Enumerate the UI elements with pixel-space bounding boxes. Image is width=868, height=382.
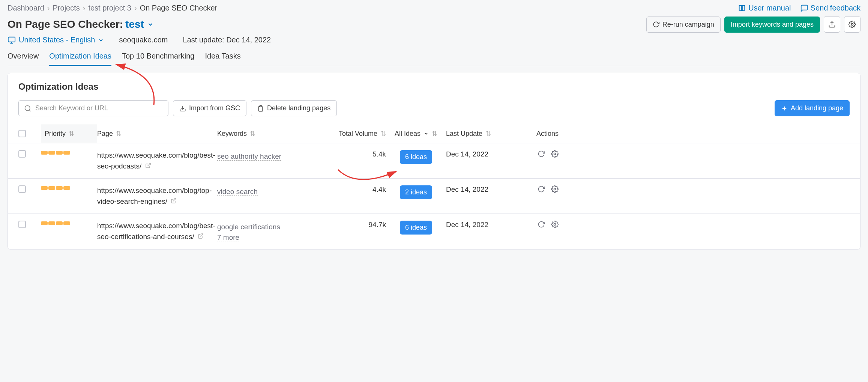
priority-indicator xyxy=(41,186,97,190)
col-page[interactable]: Page ⇅ xyxy=(97,129,217,138)
tab-top10-benchmarking[interactable]: Top 10 Benchmarking xyxy=(122,49,194,66)
col-keywords-label: Keywords xyxy=(217,130,247,138)
user-manual-label: User manual xyxy=(748,4,791,12)
tab-overview[interactable]: Overview xyxy=(8,49,39,66)
card-title: Optimization Ideas xyxy=(8,73,860,100)
sort-icon: ⇅ xyxy=(69,129,74,138)
col-last-update[interactable]: Last Update ⇅ xyxy=(446,129,521,138)
refresh-row-icon[interactable] xyxy=(538,185,545,193)
locale-label: United States - English xyxy=(19,36,95,44)
monitor-icon xyxy=(8,36,16,44)
chevron-down-icon xyxy=(423,131,429,136)
col-ideas[interactable]: All Ideas ⇅ xyxy=(386,129,446,138)
col-actions: Actions xyxy=(521,130,559,138)
refresh-icon xyxy=(653,21,659,28)
breadcrumb-item-current: On Page SEO Checker xyxy=(140,4,218,12)
col-actions-label: Actions xyxy=(536,130,559,138)
col-volume[interactable]: Total Volume ⇅ xyxy=(326,129,386,138)
col-ideas-label: All Ideas xyxy=(395,130,420,138)
svg-line-6 xyxy=(29,110,31,111)
delete-landing-pages-button[interactable]: Delete landing pages xyxy=(251,100,337,116)
row-settings-icon[interactable] xyxy=(551,150,559,158)
send-feedback-label: Send feedback xyxy=(811,4,860,12)
tab-idea-tasks[interactable]: Idea Tasks xyxy=(205,49,240,66)
plus-icon xyxy=(781,105,788,112)
breadcrumb-item-project3[interactable]: test project 3 xyxy=(88,4,131,12)
volume-value: 5.4k xyxy=(326,150,386,158)
tabs: Overview Optimization Ideas Top 10 Bench… xyxy=(8,49,860,66)
row-checkbox[interactable] xyxy=(18,185,26,193)
download-icon xyxy=(179,105,186,112)
user-manual-link[interactable]: User manual xyxy=(738,4,791,12)
col-priority-label: Priority xyxy=(45,130,66,138)
settings-button[interactable] xyxy=(844,16,860,33)
sort-icon: ⇅ xyxy=(485,129,491,138)
table-row: https://www.seoquake.com/blog/top-video-… xyxy=(8,179,860,214)
import-keywords-label: Import keywords and pages xyxy=(731,21,814,29)
external-link-icon[interactable] xyxy=(145,161,151,172)
breadcrumb-item-projects[interactable]: Projects xyxy=(53,4,80,12)
breadcrumb: Dashboard › Projects › test project 3 › … xyxy=(8,4,217,12)
rerun-campaign-button[interactable]: Re-run campaign xyxy=(646,17,721,33)
svg-point-5 xyxy=(25,105,30,110)
locale-selector[interactable]: United States - English xyxy=(8,36,104,44)
sort-icon: ⇅ xyxy=(116,129,122,138)
row-checkbox[interactable] xyxy=(18,150,26,158)
tab-optimization-ideas[interactable]: Optimization Ideas xyxy=(49,49,111,66)
page-url[interactable]: https://www.seoquake.com/blog/best-seo-p… xyxy=(97,150,217,171)
row-settings-icon[interactable] xyxy=(551,185,559,193)
svg-point-1 xyxy=(851,24,853,26)
chevron-right-icon: › xyxy=(134,4,137,12)
keyword-link[interactable]: video search xyxy=(217,188,258,196)
svg-point-15 xyxy=(554,224,556,226)
ideas-badge[interactable]: 6 ideas xyxy=(400,221,432,235)
rerun-label: Re-run campaign xyxy=(662,21,714,29)
refresh-row-icon[interactable] xyxy=(538,150,545,158)
keyword-link[interactable]: seo authority hacker xyxy=(217,152,281,161)
row-settings-icon[interactable] xyxy=(551,221,559,228)
svg-point-11 xyxy=(554,153,556,155)
select-all-checkbox[interactable] xyxy=(18,130,26,137)
add-landing-page-button[interactable]: Add landing page xyxy=(775,100,850,116)
search-icon xyxy=(24,105,32,112)
project-selector[interactable]: test xyxy=(125,18,154,30)
search-input[interactable] xyxy=(35,104,163,112)
optimization-ideas-card: Optimization Ideas Import from GSC Delet… xyxy=(8,73,860,250)
row-checkbox[interactable] xyxy=(18,221,26,228)
page-url[interactable]: https://www.seoquake.com/blog/best-seo-c… xyxy=(97,221,217,242)
project-name: test xyxy=(125,18,144,30)
breadcrumb-item-dashboard[interactable]: Dashboard xyxy=(8,4,44,12)
refresh-row-icon[interactable] xyxy=(538,221,545,228)
ideas-badge[interactable]: 2 ideas xyxy=(400,185,432,199)
col-keywords[interactable]: Keywords ⇅ xyxy=(217,129,326,138)
keyword-link[interactable]: google certifications xyxy=(217,223,280,231)
import-gsc-button[interactable]: Import from GSC xyxy=(173,100,246,116)
col-volume-label: Total Volume xyxy=(339,130,377,138)
import-keywords-button[interactable]: Import keywords and pages xyxy=(724,17,820,33)
priority-indicator xyxy=(41,151,97,155)
import-gsc-label: Import from GSC xyxy=(189,104,240,112)
row-last-update: Dec 14, 2022 xyxy=(446,150,521,158)
svg-rect-2 xyxy=(8,37,15,42)
chevron-right-icon: › xyxy=(83,4,86,12)
trash-icon xyxy=(257,105,264,112)
volume-value: 4.4k xyxy=(326,185,386,194)
more-keywords-link[interactable]: 7 more xyxy=(217,233,239,242)
sort-icon: ⇅ xyxy=(250,129,255,138)
book-icon xyxy=(738,4,746,12)
send-feedback-link[interactable]: Send feedback xyxy=(800,4,860,12)
sort-icon: ⇅ xyxy=(380,129,386,138)
external-link-icon[interactable] xyxy=(198,232,204,242)
search-box[interactable] xyxy=(18,100,168,116)
svg-line-14 xyxy=(200,234,203,236)
export-button[interactable] xyxy=(824,16,840,33)
page-url[interactable]: https://www.seoquake.com/blog/top-video-… xyxy=(97,185,217,207)
table-row: https://www.seoquake.com/blog/best-seo-c… xyxy=(8,214,860,249)
external-link-icon[interactable] xyxy=(171,196,177,207)
ideas-badge[interactable]: 6 ideas xyxy=(400,150,432,164)
sort-icon: ⇅ xyxy=(432,129,437,138)
add-lp-label: Add landing page xyxy=(791,104,843,112)
gear-icon xyxy=(848,21,856,28)
col-priority[interactable]: Priority ⇅ xyxy=(41,124,97,143)
chevron-down-icon xyxy=(147,21,154,28)
